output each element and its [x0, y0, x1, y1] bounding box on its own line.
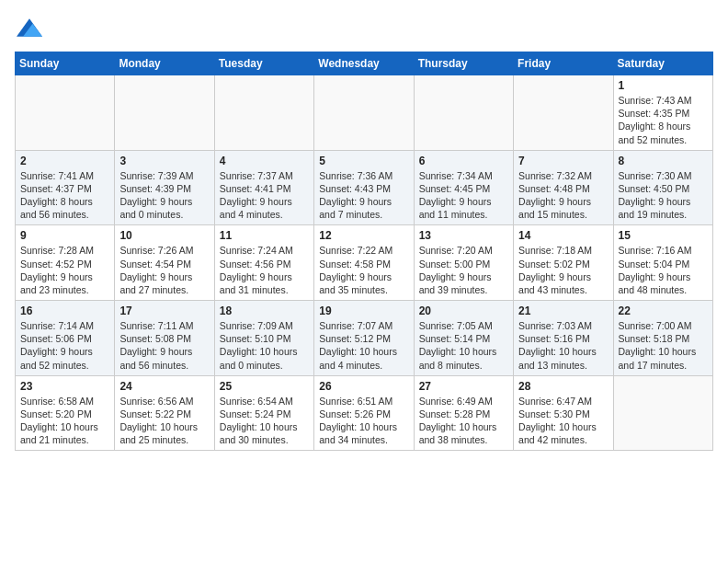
day-number: 17 — [119, 304, 209, 317]
day-number: 18 — [220, 304, 309, 317]
day-number: 19 — [319, 304, 408, 317]
logo — [15, 15, 42, 44]
calendar-cell: 10Sunrise: 7:26 AM Sunset: 4:54 PM Dayli… — [115, 225, 214, 301]
calendar-body: 1Sunrise: 7:43 AM Sunset: 4:35 PM Daylig… — [16, 75, 713, 451]
day-number: 16 — [20, 304, 109, 317]
day-number: 15 — [619, 229, 708, 242]
day-info: Sunrise: 7:24 AM Sunset: 4:56 PM Dayligh… — [220, 244, 309, 296]
day-number: 14 — [518, 229, 608, 242]
header-row: SundayMondayTuesdayWednesdayThursdayFrid… — [16, 52, 713, 75]
day-info: Sunrise: 7:03 AM Sunset: 5:16 PM Dayligh… — [518, 319, 608, 372]
day-number: 7 — [518, 155, 608, 167]
calendar-cell: 11Sunrise: 7:24 AM Sunset: 4:56 PM Dayli… — [214, 225, 313, 301]
day-info: Sunrise: 7:14 AM Sunset: 5:06 PM Dayligh… — [20, 319, 109, 372]
day-number: 22 — [619, 304, 708, 317]
day-number: 3 — [119, 155, 209, 167]
day-info: Sunrise: 7:22 AM Sunset: 4:58 PM Dayligh… — [319, 244, 408, 296]
calendar-header: SundayMondayTuesdayWednesdayThursdayFrid… — [16, 52, 713, 75]
day-number: 13 — [419, 229, 508, 242]
day-info: Sunrise: 7:43 AM Sunset: 4:35 PM Dayligh… — [619, 94, 708, 146]
calendar-cell: 14Sunrise: 7:18 AM Sunset: 5:02 PM Dayli… — [514, 225, 613, 301]
calendar-cell: 28Sunrise: 6:47 AM Sunset: 5:30 PM Dayli… — [514, 375, 613, 451]
day-number: 11 — [220, 229, 309, 242]
day-info: Sunrise: 7:05 AM Sunset: 5:14 PM Dayligh… — [419, 319, 508, 372]
day-number: 4 — [220, 155, 309, 167]
day-info: Sunrise: 7:20 AM Sunset: 5:00 PM Dayligh… — [419, 244, 508, 296]
day-number: 2 — [20, 155, 109, 167]
day-info: Sunrise: 7:28 AM Sunset: 4:52 PM Dayligh… — [20, 244, 109, 296]
calendar-cell: 25Sunrise: 6:54 AM Sunset: 5:24 PM Dayli… — [214, 375, 313, 451]
weekday-header: Friday — [514, 52, 613, 75]
day-info: Sunrise: 7:00 AM Sunset: 5:18 PM Dayligh… — [619, 319, 708, 372]
day-info: Sunrise: 6:49 AM Sunset: 5:28 PM Dayligh… — [419, 395, 508, 447]
calendar: SundayMondayTuesdayWednesdayThursdayFrid… — [15, 52, 713, 451]
day-number: 10 — [119, 229, 209, 242]
calendar-cell: 12Sunrise: 7:22 AM Sunset: 4:58 PM Dayli… — [314, 225, 414, 301]
calendar-week-row: 23Sunrise: 6:58 AM Sunset: 5:20 PM Dayli… — [16, 375, 713, 451]
day-info: Sunrise: 6:54 AM Sunset: 5:24 PM Dayligh… — [220, 395, 309, 447]
calendar-cell: 23Sunrise: 6:58 AM Sunset: 5:20 PM Dayli… — [16, 375, 115, 451]
calendar-cell: 3Sunrise: 7:39 AM Sunset: 4:39 PM Daylig… — [115, 150, 214, 225]
calendar-cell: 7Sunrise: 7:32 AM Sunset: 4:48 PM Daylig… — [514, 150, 613, 225]
calendar-cell — [16, 75, 115, 151]
day-info: Sunrise: 6:51 AM Sunset: 5:26 PM Dayligh… — [319, 395, 408, 447]
day-info: Sunrise: 7:41 AM Sunset: 4:37 PM Dayligh… — [20, 169, 109, 222]
weekday-header: Saturday — [613, 52, 712, 75]
calendar-week-row: 16Sunrise: 7:14 AM Sunset: 5:06 PM Dayli… — [16, 301, 713, 376]
calendar-cell: 19Sunrise: 7:07 AM Sunset: 5:12 PM Dayli… — [314, 301, 414, 376]
calendar-cell: 13Sunrise: 7:20 AM Sunset: 5:00 PM Dayli… — [414, 225, 513, 301]
day-number: 8 — [619, 155, 708, 167]
calendar-cell: 4Sunrise: 7:37 AM Sunset: 4:41 PM Daylig… — [214, 150, 313, 225]
day-number: 28 — [518, 380, 608, 393]
day-number: 27 — [419, 380, 508, 393]
day-number: 20 — [419, 304, 508, 317]
day-info: Sunrise: 6:47 AM Sunset: 5:30 PM Dayligh… — [518, 395, 608, 447]
calendar-cell — [214, 75, 313, 151]
day-info: Sunrise: 6:56 AM Sunset: 5:22 PM Dayligh… — [119, 395, 209, 447]
header — [15, 15, 713, 44]
calendar-cell: 20Sunrise: 7:05 AM Sunset: 5:14 PM Dayli… — [414, 301, 513, 376]
calendar-cell: 26Sunrise: 6:51 AM Sunset: 5:26 PM Dayli… — [314, 375, 414, 451]
weekday-header: Tuesday — [214, 52, 313, 75]
weekday-header: Monday — [115, 52, 214, 75]
calendar-cell: 21Sunrise: 7:03 AM Sunset: 5:16 PM Dayli… — [514, 301, 613, 376]
calendar-cell: 17Sunrise: 7:11 AM Sunset: 5:08 PM Dayli… — [115, 301, 214, 376]
logo-icon — [17, 15, 42, 40]
calendar-cell: 1Sunrise: 7:43 AM Sunset: 4:35 PM Daylig… — [613, 75, 712, 151]
weekday-header: Wednesday — [314, 52, 414, 75]
day-number: 5 — [319, 155, 408, 167]
weekday-header: Thursday — [414, 52, 513, 75]
day-number: 26 — [319, 380, 408, 393]
calendar-cell: 2Sunrise: 7:41 AM Sunset: 4:37 PM Daylig… — [16, 150, 115, 225]
calendar-cell: 16Sunrise: 7:14 AM Sunset: 5:06 PM Dayli… — [16, 301, 115, 376]
calendar-cell: 27Sunrise: 6:49 AM Sunset: 5:28 PM Dayli… — [414, 375, 513, 451]
day-number: 9 — [20, 229, 109, 242]
calendar-cell: 22Sunrise: 7:00 AM Sunset: 5:18 PM Dayli… — [613, 301, 712, 376]
day-number: 21 — [518, 304, 608, 317]
calendar-cell — [314, 75, 414, 151]
day-info: Sunrise: 6:58 AM Sunset: 5:20 PM Dayligh… — [20, 395, 109, 447]
weekday-header: Sunday — [16, 52, 115, 75]
day-number: 1 — [619, 79, 708, 92]
calendar-cell — [414, 75, 513, 151]
day-info: Sunrise: 7:34 AM Sunset: 4:45 PM Dayligh… — [419, 169, 508, 222]
calendar-cell: 24Sunrise: 6:56 AM Sunset: 5:22 PM Dayli… — [115, 375, 214, 451]
day-info: Sunrise: 7:11 AM Sunset: 5:08 PM Dayligh… — [119, 319, 209, 372]
calendar-cell: 18Sunrise: 7:09 AM Sunset: 5:10 PM Dayli… — [214, 301, 313, 376]
day-info: Sunrise: 7:26 AM Sunset: 4:54 PM Dayligh… — [119, 244, 209, 296]
day-info: Sunrise: 7:18 AM Sunset: 5:02 PM Dayligh… — [518, 244, 608, 296]
day-info: Sunrise: 7:07 AM Sunset: 5:12 PM Dayligh… — [319, 319, 408, 372]
day-info: Sunrise: 7:37 AM Sunset: 4:41 PM Dayligh… — [220, 169, 309, 222]
calendar-week-row: 1Sunrise: 7:43 AM Sunset: 4:35 PM Daylig… — [16, 75, 713, 151]
day-info: Sunrise: 7:39 AM Sunset: 4:39 PM Dayligh… — [119, 169, 209, 222]
calendar-cell: 8Sunrise: 7:30 AM Sunset: 4:50 PM Daylig… — [613, 150, 712, 225]
day-number: 23 — [20, 380, 109, 393]
calendar-week-row: 2Sunrise: 7:41 AM Sunset: 4:37 PM Daylig… — [16, 150, 713, 225]
calendar-cell: 6Sunrise: 7:34 AM Sunset: 4:45 PM Daylig… — [414, 150, 513, 225]
day-info: Sunrise: 7:36 AM Sunset: 4:43 PM Dayligh… — [319, 169, 408, 222]
day-number: 6 — [419, 155, 508, 167]
calendar-cell — [514, 75, 613, 151]
calendar-cell — [115, 75, 214, 151]
day-info: Sunrise: 7:30 AM Sunset: 4:50 PM Dayligh… — [619, 169, 708, 222]
day-info: Sunrise: 7:09 AM Sunset: 5:10 PM Dayligh… — [220, 319, 309, 372]
